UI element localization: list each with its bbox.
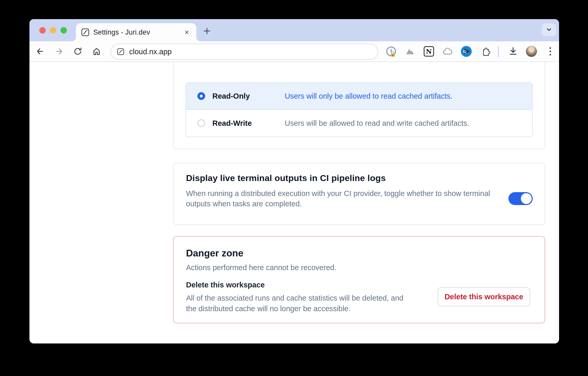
access-options-group: Read-Only Users will only be allowed to …	[185, 82, 533, 137]
page-content: token? Learn more. Read-Only Users will …	[29, 62, 559, 343]
back-button[interactable]	[34, 45, 47, 58]
access-option-label: Read-Only	[212, 92, 268, 100]
close-window-button[interactable]	[39, 27, 46, 34]
notion-extension-icon[interactable]: N	[423, 45, 435, 58]
terminal-card-title: Display live terminal outputs in CI pipe…	[186, 173, 532, 183]
nx-favicon-icon	[117, 48, 125, 56]
danger-zone-card: Danger zone Actions performed here canno…	[173, 236, 545, 323]
reload-icon	[72, 46, 83, 57]
download-icon	[507, 45, 519, 57]
access-option-row-0[interactable]: Read-Only Users will only be allowed to …	[186, 83, 532, 110]
forward-icon	[53, 45, 65, 57]
browser-toolbar: cloud.nx.app 🔒 N IQ	[29, 41, 559, 62]
tab-search-button[interactable]	[542, 23, 556, 36]
danger-zone-title: Danger zone	[186, 248, 532, 259]
delete-workspace-button[interactable]: Delete this workspace	[438, 287, 530, 306]
chevron-down-icon	[544, 25, 554, 34]
onepassword-extension-icon[interactable]: 🔒	[385, 45, 397, 58]
terminal-card-description: When running a distributed execution wit…	[186, 188, 500, 209]
browser-window: Settings - Juri.dev	[29, 19, 559, 343]
access-option-label: Read-Write	[212, 119, 268, 128]
url-text: cloud.nx.app	[129, 48, 172, 56]
nx-favicon-icon	[81, 28, 90, 37]
downloads-button[interactable]	[507, 45, 519, 58]
access-option-description: Users will only be allowed to read cache…	[285, 92, 453, 100]
tab-strip: Settings - Juri.dev	[29, 19, 559, 41]
tab-title: Settings - Juri.dev	[93, 28, 150, 36]
iq-play-extension-icon[interactable]: IQ	[460, 45, 473, 58]
radio-read-only[interactable]	[197, 92, 205, 100]
home-icon	[91, 46, 102, 57]
traffic-lights	[39, 27, 67, 34]
tab-settings[interactable]: Settings - Juri.dev	[76, 23, 196, 41]
vpn-mountain-extension-icon[interactable]	[404, 45, 416, 58]
terminal-toggle[interactable]	[508, 192, 533, 205]
browser-menu-button[interactable]	[544, 45, 556, 58]
home-button[interactable]	[90, 45, 103, 58]
toggle-knob	[521, 193, 532, 204]
minimize-window-button[interactable]	[50, 27, 56, 34]
danger-zone-subtitle: Actions performed here cannot be recover…	[186, 263, 532, 272]
extensions-puzzle-icon[interactable]	[479, 45, 491, 58]
access-option-row-1[interactable]: Read-Write Users will be allowed to read…	[186, 110, 532, 137]
url-bar[interactable]: cloud.nx.app	[111, 44, 378, 60]
new-tab-button[interactable]	[201, 25, 213, 37]
kebab-icon	[550, 47, 551, 56]
terminal-outputs-card: Display live terminal outputs in CI pipe…	[173, 163, 545, 225]
toolbar-separator	[498, 46, 499, 57]
back-icon	[34, 45, 46, 57]
forward-button[interactable]	[52, 45, 66, 58]
tab-close-icon[interactable]	[181, 27, 192, 38]
radio-read-write[interactable]	[197, 119, 205, 127]
cloud-extension-icon[interactable]	[441, 45, 454, 58]
zoom-window-button[interactable]	[60, 27, 67, 34]
delete-workspace-description: All of the associated runs and cache sta…	[186, 293, 413, 314]
access-option-description: Users will be allowed to read and write …	[285, 119, 469, 128]
reload-button[interactable]	[71, 45, 84, 58]
profile-avatar[interactable]	[525, 45, 538, 58]
